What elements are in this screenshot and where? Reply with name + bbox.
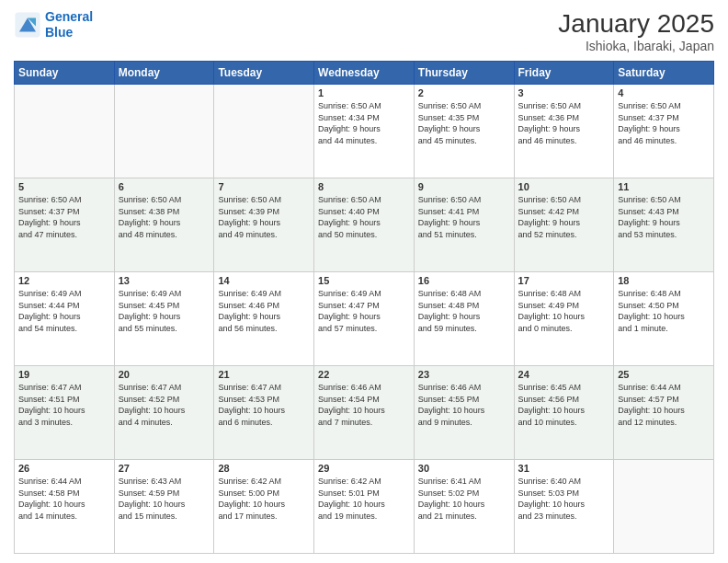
day-cell: 26Sunrise: 6:44 AM Sunset: 4:58 PM Dayli… xyxy=(15,460,115,554)
day-info: Sunrise: 6:40 AM Sunset: 5:03 PM Dayligh… xyxy=(518,476,610,522)
col-header-friday: Friday xyxy=(514,62,614,85)
day-number: 28 xyxy=(218,463,310,474)
day-number: 29 xyxy=(318,463,410,474)
day-cell: 3Sunrise: 6:50 AM Sunset: 4:36 PM Daylig… xyxy=(514,85,614,178)
day-info: Sunrise: 6:44 AM Sunset: 4:57 PM Dayligh… xyxy=(618,382,710,428)
day-number: 31 xyxy=(518,463,610,474)
day-cell: 1Sunrise: 6:50 AM Sunset: 4:34 PM Daylig… xyxy=(314,85,415,178)
day-cell: 28Sunrise: 6:42 AM Sunset: 5:00 PM Dayli… xyxy=(214,460,314,554)
day-cell: 27Sunrise: 6:43 AM Sunset: 4:59 PM Dayli… xyxy=(114,460,214,554)
day-number: 5 xyxy=(18,181,110,192)
day-info: Sunrise: 6:41 AM Sunset: 5:02 PM Dayligh… xyxy=(418,476,510,522)
week-row-5: 26Sunrise: 6:44 AM Sunset: 4:58 PM Dayli… xyxy=(15,460,714,554)
day-number: 18 xyxy=(618,275,710,286)
day-info: Sunrise: 6:48 AM Sunset: 4:48 PM Dayligh… xyxy=(418,288,510,334)
header-row: SundayMondayTuesdayWednesdayThursdayFrid… xyxy=(15,62,714,85)
calendar: SundayMondayTuesdayWednesdayThursdayFrid… xyxy=(14,61,714,554)
day-number: 9 xyxy=(418,181,510,192)
day-cell: 11Sunrise: 6:50 AM Sunset: 4:43 PM Dayli… xyxy=(614,178,714,272)
month-title: January 2025 xyxy=(558,9,714,39)
day-number: 24 xyxy=(518,369,610,380)
day-info: Sunrise: 6:50 AM Sunset: 4:42 PM Dayligh… xyxy=(518,194,610,240)
day-info: Sunrise: 6:44 AM Sunset: 4:58 PM Dayligh… xyxy=(18,476,110,522)
day-cell: 2Sunrise: 6:50 AM Sunset: 4:35 PM Daylig… xyxy=(414,85,514,178)
logo: General Blue xyxy=(14,9,93,40)
day-cell: 14Sunrise: 6:49 AM Sunset: 4:46 PM Dayli… xyxy=(214,272,314,366)
header: General Blue January 2025 Ishioka, Ibara… xyxy=(14,9,714,53)
day-number: 8 xyxy=(318,181,410,192)
day-cell xyxy=(614,460,714,554)
day-cell: 29Sunrise: 6:42 AM Sunset: 5:01 PM Dayli… xyxy=(314,460,415,554)
day-number: 27 xyxy=(119,463,210,474)
day-cell: 7Sunrise: 6:50 AM Sunset: 4:39 PM Daylig… xyxy=(214,178,314,272)
day-info: Sunrise: 6:47 AM Sunset: 4:53 PM Dayligh… xyxy=(218,382,310,428)
day-number: 6 xyxy=(119,181,210,192)
day-info: Sunrise: 6:47 AM Sunset: 4:51 PM Dayligh… xyxy=(18,382,110,428)
day-number: 1 xyxy=(318,87,410,98)
day-info: Sunrise: 6:45 AM Sunset: 4:56 PM Dayligh… xyxy=(518,382,610,428)
day-number: 11 xyxy=(618,181,710,192)
day-info: Sunrise: 6:50 AM Sunset: 4:35 PM Dayligh… xyxy=(418,100,510,146)
col-header-thursday: Thursday xyxy=(414,62,514,85)
day-number: 30 xyxy=(418,463,510,474)
col-header-tuesday: Tuesday xyxy=(214,62,314,85)
day-info: Sunrise: 6:50 AM Sunset: 4:38 PM Dayligh… xyxy=(119,194,210,240)
day-number: 13 xyxy=(119,275,210,286)
day-number: 26 xyxy=(18,463,110,474)
day-number: 3 xyxy=(518,87,610,98)
title-block: January 2025 Ishioka, Ibaraki, Japan xyxy=(558,9,714,53)
day-cell: 8Sunrise: 6:50 AM Sunset: 4:40 PM Daylig… xyxy=(314,178,415,272)
day-info: Sunrise: 6:49 AM Sunset: 4:44 PM Dayligh… xyxy=(18,288,110,334)
day-cell: 23Sunrise: 6:46 AM Sunset: 4:55 PM Dayli… xyxy=(414,366,514,460)
week-row-1: 1Sunrise: 6:50 AM Sunset: 4:34 PM Daylig… xyxy=(15,85,714,178)
day-cell xyxy=(15,85,115,178)
logo-line2: Blue xyxy=(45,25,73,40)
day-cell: 22Sunrise: 6:46 AM Sunset: 4:54 PM Dayli… xyxy=(314,366,415,460)
col-header-sunday: Sunday xyxy=(15,62,115,85)
day-info: Sunrise: 6:48 AM Sunset: 4:50 PM Dayligh… xyxy=(618,288,710,334)
day-info: Sunrise: 6:42 AM Sunset: 5:00 PM Dayligh… xyxy=(218,476,310,522)
day-number: 16 xyxy=(418,275,510,286)
day-cell: 20Sunrise: 6:47 AM Sunset: 4:52 PM Dayli… xyxy=(114,366,214,460)
day-info: Sunrise: 6:50 AM Sunset: 4:36 PM Dayligh… xyxy=(518,100,610,146)
day-cell: 18Sunrise: 6:48 AM Sunset: 4:50 PM Dayli… xyxy=(614,272,714,366)
day-cell: 9Sunrise: 6:50 AM Sunset: 4:41 PM Daylig… xyxy=(414,178,514,272)
day-info: Sunrise: 6:46 AM Sunset: 4:55 PM Dayligh… xyxy=(418,382,510,428)
logo-line1: General xyxy=(45,9,93,24)
day-number: 22 xyxy=(318,369,410,380)
col-header-wednesday: Wednesday xyxy=(314,62,415,85)
day-number: 7 xyxy=(218,181,310,192)
day-cell: 5Sunrise: 6:50 AM Sunset: 4:37 PM Daylig… xyxy=(15,178,115,272)
day-info: Sunrise: 6:50 AM Sunset: 4:41 PM Dayligh… xyxy=(418,194,510,240)
day-info: Sunrise: 6:49 AM Sunset: 4:46 PM Dayligh… xyxy=(218,288,310,334)
day-number: 2 xyxy=(418,87,510,98)
day-cell xyxy=(214,85,314,178)
day-cell: 31Sunrise: 6:40 AM Sunset: 5:03 PM Dayli… xyxy=(514,460,614,554)
day-number: 15 xyxy=(318,275,410,286)
page: General Blue January 2025 Ishioka, Ibara… xyxy=(0,0,728,563)
day-info: Sunrise: 6:42 AM Sunset: 5:01 PM Dayligh… xyxy=(318,476,410,522)
day-info: Sunrise: 6:48 AM Sunset: 4:49 PM Dayligh… xyxy=(518,288,610,334)
col-header-monday: Monday xyxy=(114,62,214,85)
day-cell: 10Sunrise: 6:50 AM Sunset: 4:42 PM Dayli… xyxy=(514,178,614,272)
day-number: 20 xyxy=(119,369,210,380)
day-cell: 6Sunrise: 6:50 AM Sunset: 4:38 PM Daylig… xyxy=(114,178,214,272)
day-cell: 12Sunrise: 6:49 AM Sunset: 4:44 PM Dayli… xyxy=(15,272,115,366)
day-info: Sunrise: 6:50 AM Sunset: 4:43 PM Dayligh… xyxy=(618,194,710,240)
day-number: 19 xyxy=(18,369,110,380)
day-number: 21 xyxy=(218,369,310,380)
logo-icon xyxy=(14,11,41,39)
day-cell xyxy=(114,85,214,178)
day-info: Sunrise: 6:50 AM Sunset: 4:34 PM Dayligh… xyxy=(318,100,410,146)
day-number: 25 xyxy=(618,369,710,380)
day-cell: 17Sunrise: 6:48 AM Sunset: 4:49 PM Dayli… xyxy=(514,272,614,366)
day-number: 23 xyxy=(418,369,510,380)
day-number: 17 xyxy=(518,275,610,286)
day-cell: 19Sunrise: 6:47 AM Sunset: 4:51 PM Dayli… xyxy=(15,366,115,460)
day-info: Sunrise: 6:50 AM Sunset: 4:40 PM Dayligh… xyxy=(318,194,410,240)
week-row-2: 5Sunrise: 6:50 AM Sunset: 4:37 PM Daylig… xyxy=(15,178,714,272)
day-cell: 21Sunrise: 6:47 AM Sunset: 4:53 PM Dayli… xyxy=(214,366,314,460)
day-cell: 13Sunrise: 6:49 AM Sunset: 4:45 PM Dayli… xyxy=(114,272,214,366)
day-number: 4 xyxy=(618,87,710,98)
day-cell: 16Sunrise: 6:48 AM Sunset: 4:48 PM Dayli… xyxy=(414,272,514,366)
